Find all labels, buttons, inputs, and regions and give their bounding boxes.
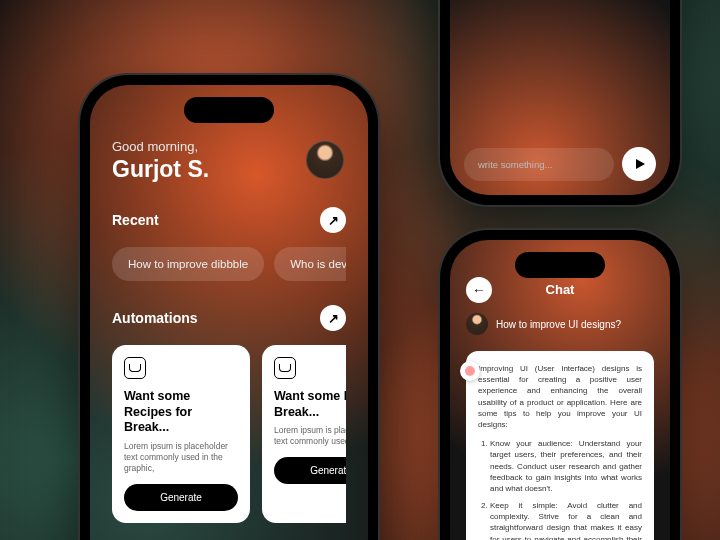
send-icon xyxy=(636,159,645,169)
response-tip: Keep it simple: Avoid clutter and comple… xyxy=(490,500,642,540)
phone-chat: ← Chat How to improve UI designs? Improv… xyxy=(440,230,680,540)
back-button[interactable]: ← xyxy=(466,277,492,303)
ai-avatar-icon xyxy=(460,361,480,381)
card-title: Want some Recipes for Break... xyxy=(124,389,238,436)
automation-card[interactable]: Want some Rec for Break... Lorem ipsum i… xyxy=(262,345,346,523)
automation-card[interactable]: Want some Recipes for Break... Lorem ips… xyxy=(112,345,250,523)
avatar[interactable] xyxy=(306,141,344,179)
phone-chat-bottom: complexity. Strive for a clean and strai… xyxy=(440,0,680,205)
section-title-recent: Recent xyxy=(112,212,159,228)
screen-chat-bottom: complexity. Strive for a clean and strai… xyxy=(450,0,670,195)
response-tip: Know your audience: Understand your targ… xyxy=(490,438,642,494)
phone-home: Good morning, Gurjot S. Recent ↗ How to … xyxy=(80,75,378,540)
chat-input-row: write something... xyxy=(464,147,656,181)
screen-chat: ← Chat How to improve UI designs? Improv… xyxy=(450,240,670,540)
recent-chip[interactable]: Who is developer o xyxy=(274,247,346,281)
card-desc: Lorem ipsum is placeholder text commonly… xyxy=(124,441,238,474)
notch xyxy=(515,252,605,278)
user-query-row: How to improve UI designs? xyxy=(450,297,670,345)
generate-button[interactable]: Generate xyxy=(124,484,238,511)
notch xyxy=(184,97,274,123)
screen-home: Good morning, Gurjot S. Recent ↗ How to … xyxy=(90,85,368,540)
send-button[interactable] xyxy=(622,147,656,181)
chat-input[interactable]: write something... xyxy=(464,148,614,181)
bag-icon xyxy=(274,357,296,379)
expand-automations-button[interactable]: ↗ xyxy=(320,305,346,331)
bag-icon xyxy=(124,357,146,379)
recent-chip[interactable]: How to improve dibbble xyxy=(112,247,264,281)
response-intro: Improving UI (User Interface) designs is… xyxy=(478,363,642,430)
recent-chips: How to improve dibbble Who is developer … xyxy=(112,247,346,281)
arrow-icon: ↗ xyxy=(328,311,339,326)
arrow-left-icon: ← xyxy=(472,282,486,298)
expand-recent-button[interactable]: ↗ xyxy=(320,207,346,233)
avatar xyxy=(466,313,488,335)
ai-response-card: Improving UI (User Interface) designs is… xyxy=(466,351,654,540)
section-automations-header: Automations ↗ xyxy=(112,305,346,331)
user-query-text: How to improve UI designs? xyxy=(496,319,621,330)
response-tips-list: Know your audience: Understand your targ… xyxy=(490,438,642,540)
arrow-icon: ↗ xyxy=(328,213,339,228)
section-title-automations: Automations xyxy=(112,310,198,326)
card-desc: Lorem ipsum is placeholder text commonly… xyxy=(274,425,346,447)
card-title: Want some Rec for Break... xyxy=(274,389,346,420)
page-title: Chat xyxy=(546,282,575,297)
section-recent-header: Recent ↗ xyxy=(112,207,346,233)
automation-cards: Want some Recipes for Break... Lorem ips… xyxy=(112,345,346,523)
generate-button[interactable]: Generate xyxy=(274,457,346,484)
